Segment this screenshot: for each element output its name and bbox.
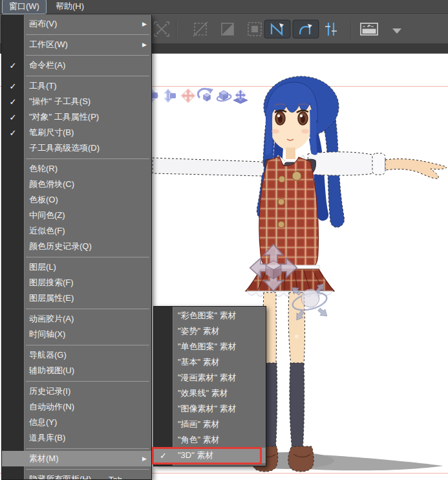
menubar: 窗口(W) 帮助(H)	[0, 0, 448, 14]
material-submenu-item[interactable]: "单色图案" 素材	[154, 339, 266, 355]
right-shoe	[288, 446, 314, 472]
window-menu-item[interactable]: 图层(L)	[2, 259, 151, 275]
app-window: 窗口(W) 帮助(H)	[0, 0, 448, 480]
menu-item-label: 历史记录(I)	[24, 386, 70, 397]
window-menu-item[interactable]: 色板(O)	[2, 192, 151, 208]
material-submenu-item[interactable]: "图像素材" 素材	[154, 401, 266, 417]
ruler-slash-icon	[193, 22, 208, 36]
window-menu-item[interactable]: 工作区(W)▶	[2, 37, 151, 52]
window-menu-item[interactable]: 自动动作(N)	[2, 399, 151, 415]
window-menu-item[interactable]: 辅助视图(U)	[2, 363, 151, 378]
menu-item-label: "漫画素材" 素材	[173, 372, 237, 384]
menu-item-label: "图像素材" 素材	[173, 403, 237, 415]
selection-area-icon	[248, 23, 261, 36]
snap-to-ruler-button[interactable]	[264, 20, 290, 38]
menu-item-label: "插画" 素材	[173, 419, 220, 430]
material-submenu-item[interactable]: "插画" 素材	[154, 417, 266, 432]
window-menu-item[interactable]: ✓"对象" 工具属性(P)	[2, 109, 151, 125]
menu-separator	[2, 73, 151, 78]
window-menu-item[interactable]: 隐藏所有面板(H)Tab	[2, 472, 151, 480]
menu-item-label: 导航器(G)	[24, 349, 67, 361]
window-menu-item[interactable]: 历史记录(I)	[2, 384, 151, 399]
menu-item-label: "角色" 素材	[173, 434, 220, 446]
window-menu-item[interactable]: 画布(V)▶	[2, 16, 151, 32]
toolbar-overflow-icon[interactable]	[392, 28, 401, 34]
window-menu-item[interactable]: 子工具高级选项(D)	[2, 140, 151, 156]
menu-item-label: 笔刷尺寸(B)	[24, 127, 74, 138]
menu-separator	[2, 306, 151, 311]
menu-item-label: 图层属性(E)	[24, 292, 74, 304]
orbit-object-icon[interactable]	[217, 91, 231, 102]
chest-badge	[292, 171, 301, 180]
window-menu-panel: 画布(V)▶工作区(W)▶✓命令栏(A)✓工具(T)✓"操作" 子工具(S)✓"…	[1, 15, 152, 480]
menu-item-label: 工作区(W)	[24, 39, 68, 50]
checkmark-icon: ✓	[2, 97, 24, 107]
window-menu-item[interactable]: ✓"操作" 子工具(S)	[2, 94, 151, 109]
window-menu-item[interactable]: ✓笔刷尺寸(B)	[2, 125, 151, 140]
material-submenu-panel: "彩色图案" 素材"姿势" 素材"单色图案" 素材"基本" 素材"漫画素材" 素…	[153, 306, 266, 466]
material-submenu-item[interactable]: "姿势" 素材	[154, 323, 266, 339]
checkmark-icon: ✓	[2, 61, 24, 71]
transform-cage-icon	[155, 22, 169, 36]
checkmark-icon: ✓	[2, 128, 24, 138]
menu-item-shortcut: Tab	[109, 475, 122, 480]
gizmo-toolbar	[145, 88, 248, 104]
material-submenu-item[interactable]: "角色" 素材	[154, 432, 266, 448]
move-object-icon[interactable]	[182, 89, 195, 103]
menu-item-label: "姿势" 素材	[173, 325, 220, 337]
menu-item-label: "基本" 素材	[173, 356, 220, 368]
snap-to-special-ruler-button[interactable]	[325, 23, 337, 36]
window-menu-item[interactable]: 图层搜索(F)	[2, 275, 151, 290]
menu-item-label: "效果线" 素材	[173, 387, 228, 399]
sleeve-cuff	[372, 153, 385, 175]
checkmark-icon: ✓	[2, 113, 24, 122]
menu-item-label: 色轮(R)	[24, 163, 58, 175]
submenu-arrow-icon: ▶	[142, 21, 147, 27]
window-menu-item[interactable]: ✓工具(T)	[2, 78, 151, 94]
menu-separator	[2, 254, 151, 259]
window-menu-item[interactable]: 颜色历史记录(Q)	[2, 239, 151, 254]
menu-item-label: 辅助视图(U)	[24, 365, 74, 376]
camera-zoom-icon[interactable]	[165, 89, 176, 102]
menubar-item-help[interactable]: 帮助(H)	[48, 0, 91, 14]
material-submenu-item[interactable]: "基本" 素材	[154, 355, 266, 370]
menu-item-label: "操作" 子工具(S)	[24, 96, 91, 107]
window-menu-item[interactable]: 素材(M)▶	[2, 451, 151, 466]
menu-item-label: 图层搜索(F)	[24, 277, 74, 289]
window-menu-item[interactable]: 颜色滑块(C)	[2, 177, 151, 192]
menu-item-label: 道具库(B)	[24, 432, 65, 444]
menu-separator	[2, 156, 151, 161]
menu-item-label: 命令栏(A)	[24, 60, 65, 71]
material-submenu-item[interactable]: "彩色图案" 素材	[154, 308, 266, 323]
menu-item-label: 中间色(Z)	[24, 210, 65, 221]
menu-item-label: 颜色滑块(C)	[24, 179, 74, 190]
window-menu-item[interactable]: 信息(Y)	[2, 415, 151, 430]
right-leg	[288, 292, 304, 365]
move-on-plane-icon[interactable]	[233, 90, 248, 104]
right-hand	[385, 159, 447, 179]
menu-item-label: 工具(T)	[24, 80, 57, 92]
window-menu-item[interactable]: 图层属性(E)	[2, 290, 151, 306]
window-menu-item[interactable]: 动画胶片(A)	[2, 311, 151, 327]
menubar-item-window[interactable]: 窗口(W)	[2, 0, 47, 14]
window-menu-item[interactable]: 近似色(F)	[2, 223, 151, 239]
left-sleeve	[153, 158, 264, 176]
window-menu-item[interactable]: 导航器(G)	[2, 347, 151, 363]
menu-item-label: "单色图案" 素材	[173, 341, 237, 353]
window-menu-item[interactable]: 中间色(Z)	[2, 208, 151, 223]
material-panel-icon[interactable]	[361, 23, 378, 35]
material-submenu-item[interactable]: "效果线" 素材	[154, 386, 266, 401]
menu-item-label: "彩色图案" 素材	[173, 310, 237, 322]
checkmark-icon: ✓	[2, 82, 24, 91]
rotate-object-icon[interactable]	[198, 88, 213, 101]
window-menu-item[interactable]: ✓命令栏(A)	[2, 58, 151, 73]
window-menu-item[interactable]: 色轮(R)	[2, 161, 151, 177]
window-menu-item[interactable]: 道具库(B)	[2, 430, 151, 446]
snap-to-curve-button[interactable]	[293, 20, 319, 38]
menu-item-label: 隐藏所有面板(H)	[24, 474, 91, 480]
material-submenu-item[interactable]: "漫画素材" 素材	[154, 370, 266, 386]
menu-item-label: 信息(Y)	[24, 417, 57, 428]
menu-separator	[2, 466, 151, 472]
window-menu-item[interactable]: 时间轴(X)	[2, 327, 151, 342]
menu-separator	[2, 32, 151, 37]
